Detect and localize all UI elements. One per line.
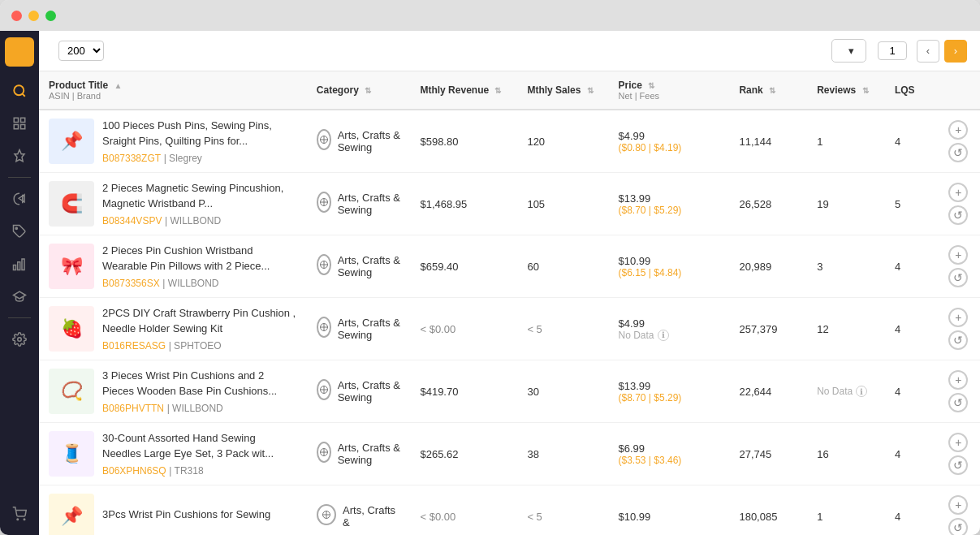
sidebar-item-search[interactable] (5, 76, 34, 106)
category-value: Arts, Crafts & Sewing (338, 379, 401, 403)
product-image: 🧵 (49, 431, 94, 477)
price-value: $6.99 (618, 442, 719, 455)
sidebar-item-chart[interactable] (5, 249, 34, 278)
price-value: $10.99 (618, 255, 719, 267)
product-info: 3Pcs Wrist Pin Cushions for Sewing (102, 507, 297, 525)
sidebar-item-cart[interactable] (5, 499, 34, 529)
display-count-select[interactable]: 200 100 50 (58, 41, 104, 61)
minimize-button[interactable] (28, 11, 39, 21)
product-info: 2PCS DIY Craft Strawberry Pin Cushion , … (102, 306, 297, 351)
col-header-category[interactable]: Category ⇅ (307, 71, 411, 110)
columns-select-button[interactable]: ▾ (831, 39, 866, 63)
col-header-revenue[interactable]: Mthly Revenue ⇅ (410, 71, 517, 110)
actions-cell: + ↺ (937, 360, 980, 423)
sidebar-item-megaphone[interactable] (5, 184, 34, 214)
col-header-product[interactable]: Product Title ▲ ASIN | Brand (39, 71, 307, 110)
revenue-cell: $659.40 (410, 235, 517, 298)
refresh-action-button[interactable]: ↺ (948, 330, 968, 350)
refresh-action-button[interactable]: ↺ (948, 455, 968, 475)
product-asin[interactable]: B08344VSPV (102, 215, 162, 227)
category-icon (317, 129, 331, 150)
product-info: 3 Pieces Wrist Pin Cushions and 2 Pieces… (102, 369, 297, 413)
product-cell: 📌 100 Pieces Push Pins, Sewing Pins, Sra… (39, 110, 307, 173)
actions-cell: + ↺ (937, 110, 980, 173)
sidebar-item-tag[interactable] (5, 217, 34, 246)
category-cell: Arts, Crafts & Sewing (307, 173, 411, 235)
sidebar-divider-2 (8, 317, 31, 318)
add-action-button[interactable]: + (948, 308, 968, 327)
maximize-button[interactable] (45, 11, 56, 21)
col-header-price[interactable]: Price ⇅ Net | Fees (608, 71, 729, 110)
product-asin[interactable]: B06XPHN6SQ (102, 465, 166, 477)
product-asin[interactable]: B087338ZGT (102, 153, 161, 164)
product-meta: B086PHVTTN | WILLBOND (102, 402, 297, 414)
add-action-button[interactable]: + (948, 183, 968, 202)
product-asin[interactable]: B016RESASG (102, 340, 166, 352)
price-cell: $6.99 ($3.53 | $3.46) (608, 423, 729, 485)
col-header-sales[interactable]: Mthly Sales ⇅ (517, 71, 608, 110)
actions-cell: + ↺ (937, 423, 980, 485)
product-info: 30-Count Assorted Hand Sewing Needles La… (102, 431, 297, 476)
revenue-cell: < $0.00 (410, 485, 517, 536)
add-action-button[interactable]: + (948, 120, 968, 140)
svg-rect-9 (22, 259, 24, 270)
product-title: 3Pcs Wrist Pin Cushions for Sewing (102, 507, 297, 522)
table-row: 🎀 2 Pieces Pin Cushion Wristband Wearabl… (39, 235, 980, 298)
revenue-cell: $265.62 (410, 423, 517, 485)
revenue-value: < $0.00 (420, 511, 455, 523)
rank-cell: 22,644 (729, 360, 807, 423)
page-input[interactable] (878, 41, 907, 60)
category-value: Arts, Crafts & Sewing (338, 254, 401, 278)
sidebar-item-grid[interactable] (5, 109, 34, 138)
revenue-cell: $419.70 (410, 360, 517, 423)
titlebar (0, 0, 980, 31)
reviews-value: 1 (817, 511, 822, 523)
add-action-button[interactable]: + (948, 495, 968, 515)
sidebar-item-pin[interactable] (5, 141, 34, 170)
rank-cell: 27,745 (729, 423, 807, 485)
category-icon (317, 192, 331, 213)
add-action-button[interactable]: + (948, 370, 968, 390)
category-icon (317, 504, 336, 525)
sidebar-item-graduation[interactable] (5, 282, 34, 311)
category-cell: Arts, Crafts & Sewing (307, 298, 411, 360)
product-asin[interactable]: B0873356SX (102, 278, 160, 289)
sidebar-item-settings[interactable] (5, 325, 34, 354)
revenue-value: $1,468.95 (420, 198, 467, 210)
sales-cell: 30 (517, 360, 608, 423)
rank-value: 20,989 (739, 261, 771, 273)
refresh-action-button[interactable]: ↺ (948, 393, 968, 412)
col-header-reviews[interactable]: Reviews ⇅ (807, 71, 885, 110)
refresh-action-button[interactable]: ↺ (948, 518, 968, 535)
refresh-action-button[interactable]: ↺ (948, 205, 968, 225)
reviews-cell: 19 (807, 173, 885, 235)
product-title: 100 Pieces Push Pins, Sewing Pins, Sraig… (102, 119, 297, 148)
product-brand: | SPHTOEO (169, 340, 222, 352)
category-value: Arts, Crafts & Sewing (338, 192, 401, 216)
sales-value: 38 (527, 448, 538, 460)
refresh-action-button[interactable]: ↺ (948, 143, 968, 162)
add-action-button[interactable]: + (948, 433, 968, 452)
category-value: Arts, Crafts & Sewing (338, 129, 401, 153)
revenue-value: $419.70 (420, 386, 458, 398)
add-action-button[interactable]: + (948, 245, 968, 265)
col-header-rank[interactable]: Rank ⇅ (729, 71, 807, 110)
product-title: 3 Pieces Wrist Pin Cushions and 2 Pieces… (102, 369, 297, 398)
product-image: 🎀 (49, 244, 94, 289)
product-title: 2PCS DIY Craft Strawberry Pin Cushion , … (102, 306, 297, 335)
product-brand: | TR318 (169, 465, 203, 477)
rank-value: 27,745 (739, 448, 771, 460)
svg-rect-5 (21, 125, 25, 129)
revenue-value: < $0.00 (420, 323, 455, 335)
close-button[interactable] (11, 11, 22, 21)
prev-page-button[interactable]: ‹ (917, 40, 939, 63)
chevron-down-icon: ▾ (848, 45, 854, 57)
product-meta: B06XPHN6SQ | TR318 (102, 464, 297, 477)
refresh-action-button[interactable]: ↺ (948, 268, 968, 287)
product-image: 🧲 (49, 181, 94, 227)
product-asin[interactable]: B086PHVTTN (102, 403, 164, 414)
next-page-button[interactable]: › (944, 40, 967, 63)
rank-cell: 26,528 (729, 173, 807, 235)
product-brand: | Slegrey (164, 153, 202, 164)
price-value: $4.99 (618, 130, 719, 142)
